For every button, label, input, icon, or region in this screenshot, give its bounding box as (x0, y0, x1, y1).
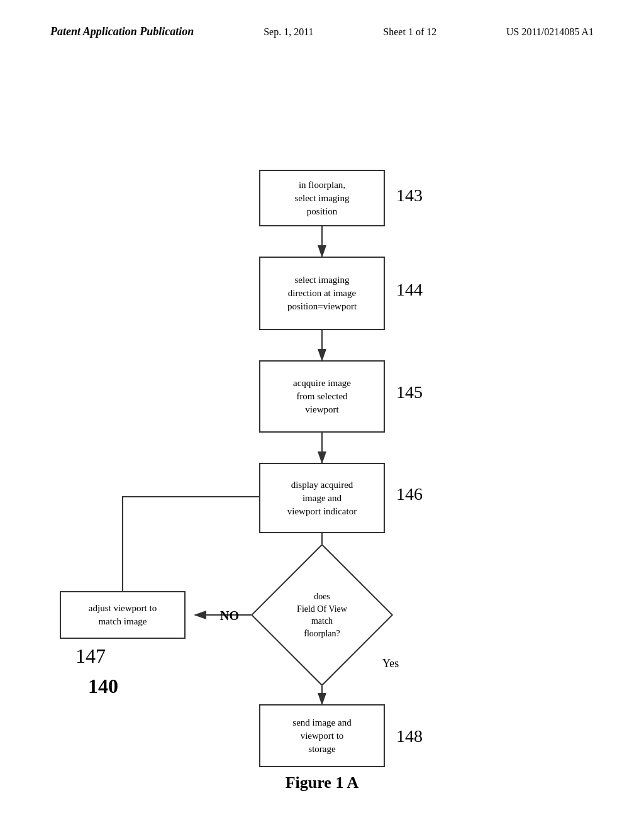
step-143-label: 143 (396, 185, 423, 206)
step-147-box: adjust viewport to match image (60, 591, 186, 639)
publication-title: Patent Application Publication (50, 25, 194, 38)
figure-title: Figure 1 A (286, 773, 359, 792)
decision-diamond: does Field Of View match floorplan? (251, 544, 393, 686)
step-144-label: 144 (396, 280, 423, 300)
step-145-box: acqquire image from selected viewport (259, 360, 385, 433)
step-143-text: in floorplan, select imaging position (294, 179, 349, 218)
flowchart-diagram: in floorplan, select imaging position 14… (0, 88, 644, 767)
patent-number: US 2011/0214085 A1 (506, 26, 594, 38)
step-148-box: send image and viewport to storage (259, 704, 385, 767)
no-label: NO (220, 609, 239, 623)
step-145-text: acqquire image from selected viewport (293, 377, 351, 416)
step-144-box: select imaging direction at image positi… (259, 257, 385, 330)
sheet-info: Sheet 1 of 12 (383, 26, 436, 38)
step-148-label: 148 (396, 726, 423, 746)
step-146-box: display acquired image and viewport indi… (259, 463, 385, 533)
group-label: 140 (88, 675, 118, 698)
step-148-text: send image and viewport to storage (292, 716, 351, 756)
decision-diamond-wrap: does Field Of View match floorplan? (272, 563, 372, 667)
step-146-label: 146 (396, 484, 423, 504)
yes-label: Yes (382, 657, 399, 670)
decision-text: does Field Of View match floorplan? (284, 590, 360, 639)
publication-date: Sep. 1, 2011 (264, 26, 313, 38)
step-143-box: in floorplan, select imaging position (259, 170, 385, 226)
page-header: Patent Application Publication Sep. 1, 2… (0, 25, 644, 38)
step-146-text: display acquired image and viewport indi… (287, 479, 357, 518)
figure-caption: Figure 1 A (0, 773, 644, 792)
step-144-text: select imaging direction at image positi… (287, 274, 357, 313)
step-147-text: adjust viewport to match image (89, 602, 157, 628)
step-145-label: 145 (396, 382, 423, 402)
step-147-label: 147 (75, 645, 106, 668)
